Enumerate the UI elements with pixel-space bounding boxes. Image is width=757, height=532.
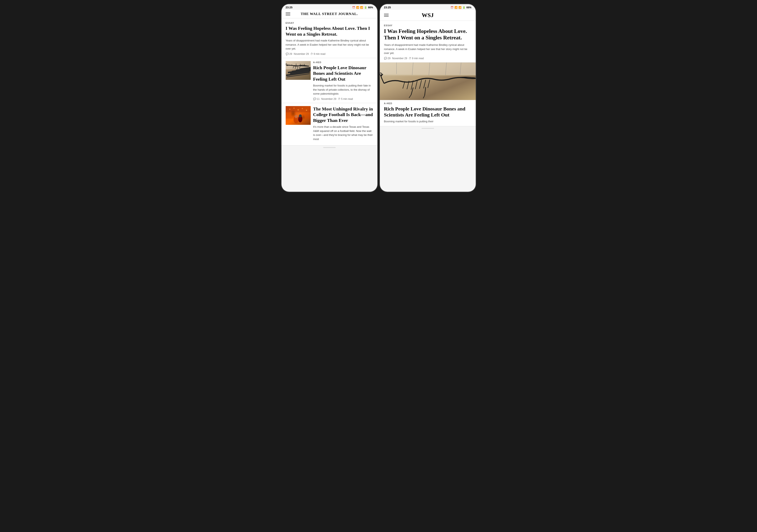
football-text-left: The Most Unhinged Rivalry in College Foo… xyxy=(313,106,373,143)
svg-rect-15 xyxy=(286,112,311,118)
article-football-left[interactable]: The Most Unhinged Rivalry in College Foo… xyxy=(282,103,378,146)
svg-point-24 xyxy=(306,110,307,111)
title-essay-right: I Was Feeling Hopeless About Love. Then … xyxy=(384,28,471,41)
summary-dino-right: Booming market for fossils is putting th… xyxy=(384,119,471,124)
comment-meta-dino-left: 💬 11 xyxy=(313,98,319,101)
dino-svg-left xyxy=(286,61,311,80)
summary-dino-left: Booming market for fossils is putting th… xyxy=(313,83,373,96)
battery-pct-left: 66% xyxy=(368,6,373,9)
svg-point-18 xyxy=(295,115,297,118)
menu-button-right[interactable] xyxy=(384,14,389,17)
svg-point-16 xyxy=(293,116,299,123)
time-meta-essay-left: ⏱ 9 min read xyxy=(311,52,325,55)
wifi-icon: 📶 xyxy=(356,6,359,9)
category-essay-right: ESSAY xyxy=(384,24,471,27)
title-dino-right: Rich People Love Dinosaur Bones and Scie… xyxy=(384,106,471,118)
battery-pct-right: 66% xyxy=(466,6,471,9)
title-dino-left: Rich People Love Dinosaur Bones and Scie… xyxy=(313,65,373,82)
clock-icon-essay-left: ⏱ xyxy=(311,52,313,55)
time-meta-dino-left: ⏱ 5 min read xyxy=(338,98,353,101)
dino-text-right: A-HED Rich People Love Dinosaur Bones an… xyxy=(380,100,476,126)
title-football-left: The Most Unhinged Rivalry in College Foo… xyxy=(313,106,373,123)
dino-image-left xyxy=(286,61,311,80)
status-bar-right: 23:25 ⏰ 📶 📶 🔋 66% xyxy=(380,4,476,10)
signal-icon: 📶 xyxy=(360,6,363,9)
battery-icon-right: 🔋 xyxy=(462,6,466,9)
clock-icon-dino-left: ⏱ xyxy=(338,98,341,101)
comment-icon-dino-left: 💬 xyxy=(313,98,316,101)
battery-icon: 🔋 xyxy=(364,6,367,9)
svg-point-19 xyxy=(299,114,302,117)
dino-thumbnail-left xyxy=(286,61,311,80)
dino-full-image-right xyxy=(380,63,476,100)
status-icons-right: ⏰ 📶 📶 🔋 66% xyxy=(450,6,471,9)
status-icons-left: ⏰ 📶 📶 🔋 66% xyxy=(352,6,373,9)
football-thumbnail-left xyxy=(286,106,311,125)
svg-rect-14 xyxy=(286,106,311,112)
clock-icon-essay-right: ⏱ xyxy=(409,57,411,60)
dino-full-svg-right xyxy=(380,63,476,100)
time-right: 23:25 xyxy=(384,6,391,9)
content-left: ESSAY I Was Feeling Hopeless About Love.… xyxy=(282,18,378,145)
comment-count-essay-right: 29 xyxy=(388,57,390,60)
menu-button-left[interactable] xyxy=(286,13,290,16)
summary-football-left: It's more than a decade since Texas and … xyxy=(313,125,373,141)
time-meta-essay-right: ⏱ 9 min read xyxy=(409,57,424,60)
category-essay-left: ESSAY xyxy=(286,22,373,24)
meta-dino-left: 💬 11 November 29 ⏱ 5 min read xyxy=(313,98,373,101)
article-dino-left[interactable]: A-HED Rich People Love Dinosaur Bones an… xyxy=(282,58,378,103)
readtime-essay-left: 9 min read xyxy=(314,52,325,55)
signal-icon-right: 📶 xyxy=(458,6,462,9)
svg-point-21 xyxy=(293,108,295,109)
alarm-icon: ⏰ xyxy=(352,6,355,9)
svg-point-17 xyxy=(298,116,302,122)
wifi-icon-right: 📶 xyxy=(454,6,458,9)
comment-count-dino-left: 11 xyxy=(317,98,319,101)
svg-rect-26 xyxy=(380,63,476,75)
article-essay-right[interactable]: ESSAY I Was Feeling Hopeless About Love.… xyxy=(380,21,476,63)
summary-essay-left: Years of disappointment had made Katheri… xyxy=(286,39,373,51)
meta-essay-left: 💬 29 November 29 ⏱ 9 min read xyxy=(286,52,373,55)
category-dino-right: A-HED xyxy=(384,102,471,105)
status-bar-left: 23:25 ⏰ 📶 📶 🔋 66% xyxy=(282,4,378,10)
svg-point-20 xyxy=(289,109,290,110)
wsj-logo-full: THE WALL STREET JOURNAL. xyxy=(301,12,358,16)
article-dino-right[interactable]: A-HED Rich People Love Dinosaur Bones an… xyxy=(380,63,476,126)
left-phone: 23:25 ⏰ 📶 📶 🔋 66% THE WALL STREET JOURNA… xyxy=(282,4,378,192)
header-right: WSJ xyxy=(380,10,476,21)
date-essay-right: November 29 xyxy=(392,57,407,60)
alarm-icon-right: ⏰ xyxy=(450,6,454,9)
scroll-indicator-left xyxy=(323,147,336,148)
svg-rect-27 xyxy=(380,74,476,76)
category-dino-left: A-HED xyxy=(313,61,373,64)
date-dino-left: November 29 xyxy=(321,98,336,101)
readtime-dino-left: 5 min read xyxy=(341,98,353,101)
comment-meta-essay-right: 💬 29 xyxy=(384,57,390,60)
football-svg-left xyxy=(286,106,311,125)
title-essay-left: I Was Feeling Hopeless About Love. Then … xyxy=(286,25,373,37)
svg-point-22 xyxy=(297,109,299,110)
summary-essay-right: Years of disappointment had made Katheri… xyxy=(384,43,471,55)
meta-essay-right: 💬 29 November 29 ⏱ 9 min read xyxy=(384,57,471,60)
comment-meta-essay-left: 💬 29 xyxy=(286,52,292,55)
content-right: ESSAY I Was Feeling Hopeless About Love.… xyxy=(380,21,476,126)
header-left: THE WALL STREET JOURNAL. xyxy=(282,10,378,18)
scroll-indicator-right xyxy=(422,128,434,129)
right-phone: 23:25 ⏰ 📶 📶 🔋 66% WSJ ESSAY I Was Feelin… xyxy=(380,4,476,192)
readtime-essay-right: 9 min read xyxy=(412,57,424,60)
football-image-left xyxy=(286,106,311,125)
time-left: 23:25 xyxy=(286,6,292,9)
svg-point-23 xyxy=(302,108,303,109)
svg-rect-13 xyxy=(286,106,311,125)
comment-icon-essay-right: 💬 xyxy=(384,57,387,60)
dino-text-left: A-HED Rich People Love Dinosaur Bones an… xyxy=(313,61,373,101)
comment-icon-essay-left: 💬 xyxy=(286,52,289,55)
wsj-logo-short: WSJ xyxy=(422,12,434,18)
date-essay-left: November 29 xyxy=(294,52,309,55)
comment-count-essay-left: 29 xyxy=(289,52,292,55)
article-essay-left[interactable]: ESSAY I Was Feeling Hopeless About Love.… xyxy=(282,18,378,58)
